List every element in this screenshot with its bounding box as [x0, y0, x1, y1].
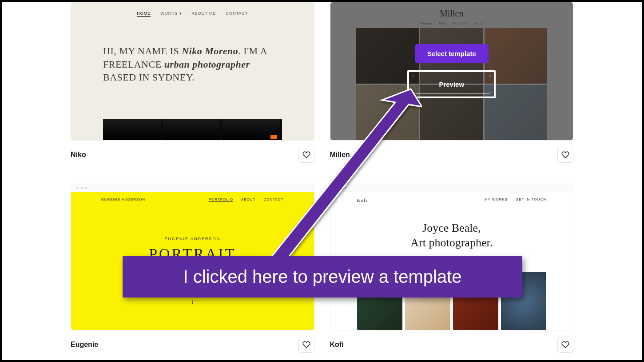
preview-button[interactable]: Preview — [412, 75, 491, 94]
template-thumbnail[interactable]: Millen Women Men Products About Select t… — [330, 2, 574, 141]
select-template-button[interactable]: Select template — [415, 44, 489, 63]
template-name: Niko — [71, 151, 86, 159]
favorite-button[interactable] — [557, 337, 573, 353]
template-nav: HOME WORKS ▾ ABOUT ME CONTACT — [71, 11, 314, 17]
template-header: EUGENIE ANDERSON PORTFOLIO ABOUT CONTACT — [71, 197, 314, 202]
preview-button-highlight: Preview — [407, 70, 496, 98]
heart-icon — [561, 341, 569, 349]
heart-icon — [302, 341, 310, 349]
browser-chrome — [71, 184, 314, 192]
template-thumbnail[interactable]: HOME WORKS ▾ ABOUT ME CONTACT HI, MY NAM… — [71, 2, 314, 141]
template-subtitle: EUGENIE ANDERSON — [71, 237, 314, 241]
template-name: Millen — [330, 151, 350, 159]
template-hero-text: HI, MY NAME IS Niko Moreno. I'M A FREELA… — [103, 44, 282, 84]
template-hover-overlay: Select template Preview — [330, 2, 573, 140]
heart-icon — [561, 151, 569, 159]
heart-icon — [302, 151, 310, 159]
template-card-millen: Millen Women Men Products About Select t… — [330, 2, 574, 170]
scroll-down-arrow-icon: ↓ — [71, 298, 314, 305]
template-header: Kofi MY WORKS GET IN TOUCH — [330, 197, 573, 203]
browser-chrome — [330, 184, 574, 192]
favorite-button[interactable] — [557, 147, 573, 163]
template-image-strip — [103, 119, 282, 140]
annotation-label: I clicked here to preview a template — [123, 256, 522, 298]
template-name: Kofi — [330, 341, 344, 349]
favorite-button[interactable] — [298, 337, 314, 353]
template-hero-text: Joyce Beale, Art photographer. — [330, 221, 573, 250]
template-name: Eugenie — [71, 341, 98, 349]
template-card-niko: HOME WORKS ▾ ABOUT ME CONTACT HI, MY NAM… — [71, 2, 314, 170]
favorite-button[interactable] — [298, 147, 314, 163]
